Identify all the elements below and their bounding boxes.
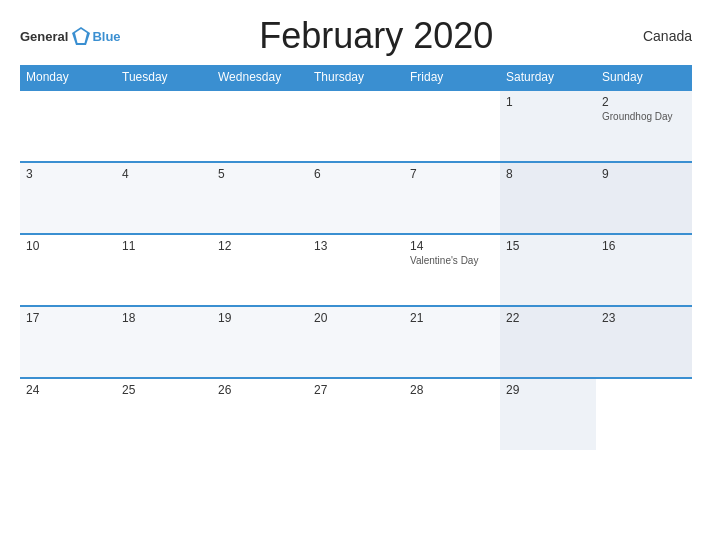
calendar-cell <box>308 90 404 162</box>
calendar-cell <box>20 90 116 162</box>
weekday-header-row: Monday Tuesday Wednesday Thursday Friday… <box>20 65 692 90</box>
calendar-cell: 21 <box>404 306 500 378</box>
calendar-cell: 6 <box>308 162 404 234</box>
calendar-cell <box>212 90 308 162</box>
day-number: 21 <box>410 311 494 325</box>
calendar-cell: 25 <box>116 378 212 450</box>
calendar-cell: 17 <box>20 306 116 378</box>
calendar-cell: 13 <box>308 234 404 306</box>
day-number: 20 <box>314 311 398 325</box>
calendar-cell <box>596 378 692 450</box>
calendar-cell: 26 <box>212 378 308 450</box>
day-number: 17 <box>26 311 110 325</box>
calendar-cell: 19 <box>212 306 308 378</box>
header-monday: Monday <box>20 65 116 90</box>
day-number: 3 <box>26 167 110 181</box>
calendar-cell: 28 <box>404 378 500 450</box>
day-number: 1 <box>506 95 590 109</box>
header-sunday: Sunday <box>596 65 692 90</box>
calendar-cell: 20 <box>308 306 404 378</box>
calendar-cell: 7 <box>404 162 500 234</box>
calendar-cell: 3 <box>20 162 116 234</box>
day-number: 9 <box>602 167 686 181</box>
calendar-cell: 8 <box>500 162 596 234</box>
calendar-cell <box>116 90 212 162</box>
calendar-cell: 24 <box>20 378 116 450</box>
day-number: 18 <box>122 311 206 325</box>
day-number: 12 <box>218 239 302 253</box>
day-number: 2 <box>602 95 686 109</box>
calendar-cell: 18 <box>116 306 212 378</box>
calendar-cell: 2Groundhog Day <box>596 90 692 162</box>
day-number: 8 <box>506 167 590 181</box>
day-number: 10 <box>26 239 110 253</box>
day-number: 6 <box>314 167 398 181</box>
calendar-cell: 4 <box>116 162 212 234</box>
calendar-cell: 15 <box>500 234 596 306</box>
day-event: Valentine's Day <box>410 255 494 266</box>
day-number: 22 <box>506 311 590 325</box>
day-number: 24 <box>26 383 110 397</box>
day-number: 28 <box>410 383 494 397</box>
logo-blue-text: Blue <box>92 29 120 44</box>
header: General Blue February 2020 Canada <box>20 15 692 57</box>
day-number: 11 <box>122 239 206 253</box>
day-number: 15 <box>506 239 590 253</box>
day-number: 19 <box>218 311 302 325</box>
logo-flag-icon <box>70 25 92 47</box>
logo-general-text: General <box>20 29 68 44</box>
day-number: 29 <box>506 383 590 397</box>
day-number: 26 <box>218 383 302 397</box>
calendar-cell: 29 <box>500 378 596 450</box>
day-number: 4 <box>122 167 206 181</box>
calendar-cell: 23 <box>596 306 692 378</box>
calendar-cell <box>404 90 500 162</box>
header-thursday: Thursday <box>308 65 404 90</box>
calendar-week-row: 12Groundhog Day <box>20 90 692 162</box>
day-number: 7 <box>410 167 494 181</box>
calendar-cell: 11 <box>116 234 212 306</box>
calendar-cell: 9 <box>596 162 692 234</box>
calendar-cell: 1 <box>500 90 596 162</box>
calendar-cell: 5 <box>212 162 308 234</box>
calendar-cell: 12 <box>212 234 308 306</box>
header-saturday: Saturday <box>500 65 596 90</box>
calendar-title: February 2020 <box>121 15 632 57</box>
day-number: 16 <box>602 239 686 253</box>
header-friday: Friday <box>404 65 500 90</box>
calendar-week-row: 3456789 <box>20 162 692 234</box>
day-number: 5 <box>218 167 302 181</box>
day-number: 13 <box>314 239 398 253</box>
calendar-cell: 14Valentine's Day <box>404 234 500 306</box>
day-number: 27 <box>314 383 398 397</box>
day-event: Groundhog Day <box>602 111 686 122</box>
header-wednesday: Wednesday <box>212 65 308 90</box>
calendar-cell: 27 <box>308 378 404 450</box>
country-label: Canada <box>632 28 692 44</box>
calendar-week-row: 242526272829 <box>20 378 692 450</box>
calendar-week-row: 1011121314Valentine's Day1516 <box>20 234 692 306</box>
calendar-week-row: 17181920212223 <box>20 306 692 378</box>
calendar-cell: 10 <box>20 234 116 306</box>
day-number: 23 <box>602 311 686 325</box>
day-number: 25 <box>122 383 206 397</box>
day-number: 14 <box>410 239 494 253</box>
calendar-cell: 16 <box>596 234 692 306</box>
page: General Blue February 2020 Canada Monday… <box>0 0 712 550</box>
header-tuesday: Tuesday <box>116 65 212 90</box>
logo: General Blue <box>20 25 121 47</box>
calendar-cell: 22 <box>500 306 596 378</box>
calendar-table: Monday Tuesday Wednesday Thursday Friday… <box>20 65 692 450</box>
